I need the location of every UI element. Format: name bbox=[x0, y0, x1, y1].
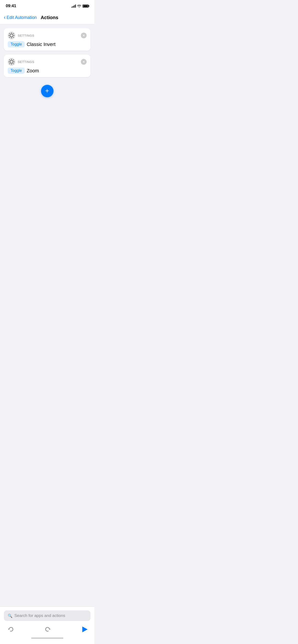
signal-icon bbox=[72, 4, 76, 8]
remove-button-1[interactable]: × bbox=[81, 32, 87, 38]
remove-icon-2: × bbox=[83, 60, 85, 64]
main-content: SETTINGS × Toggle Classic Invert SETTING… bbox=[0, 24, 94, 175]
back-button[interactable]: ‹ Edit Automation bbox=[4, 15, 37, 20]
back-chevron-icon: ‹ bbox=[4, 15, 6, 20]
card-section-label-1: SETTINGS bbox=[18, 34, 34, 38]
card-header-left-1: SETTINGS bbox=[8, 32, 34, 39]
card-header-left-2: SETTINGS bbox=[8, 58, 34, 66]
card-header-2: SETTINGS × bbox=[8, 58, 87, 66]
action-card-2: SETTINGS × Toggle Zoom bbox=[4, 54, 90, 77]
card-action-row-1: Toggle Classic Invert bbox=[8, 41, 87, 48]
action-text-2: Zoom bbox=[27, 68, 39, 74]
add-action-button[interactable]: + bbox=[41, 85, 54, 97]
status-bar: 09:41 bbox=[0, 0, 94, 12]
nav-bar: ‹ Edit Automation Actions bbox=[0, 12, 94, 24]
back-label: Edit Automation bbox=[7, 15, 37, 20]
settings-icon-1 bbox=[8, 32, 15, 39]
plus-icon: + bbox=[45, 88, 49, 94]
remove-icon-1: × bbox=[83, 34, 85, 37]
settings-icon-2 bbox=[8, 58, 15, 66]
status-icons bbox=[72, 4, 89, 8]
card-section-label-2: SETTINGS bbox=[18, 60, 34, 64]
card-action-row-2: Toggle Zoom bbox=[8, 68, 87, 74]
content-spacer bbox=[4, 103, 90, 175]
remove-button-2[interactable]: × bbox=[81, 59, 87, 65]
wifi-icon bbox=[77, 4, 81, 8]
page-title: Actions bbox=[41, 15, 58, 20]
battery-icon bbox=[83, 4, 89, 8]
status-time: 09:41 bbox=[6, 4, 16, 8]
action-text-1: Classic Invert bbox=[27, 42, 55, 47]
action-card-1: SETTINGS × Toggle Classic Invert bbox=[4, 28, 90, 51]
toggle-badge-1[interactable]: Toggle bbox=[8, 41, 25, 48]
toggle-badge-2[interactable]: Toggle bbox=[8, 68, 25, 74]
add-button-container: + bbox=[4, 81, 90, 103]
card-header-1: SETTINGS × bbox=[8, 32, 87, 39]
